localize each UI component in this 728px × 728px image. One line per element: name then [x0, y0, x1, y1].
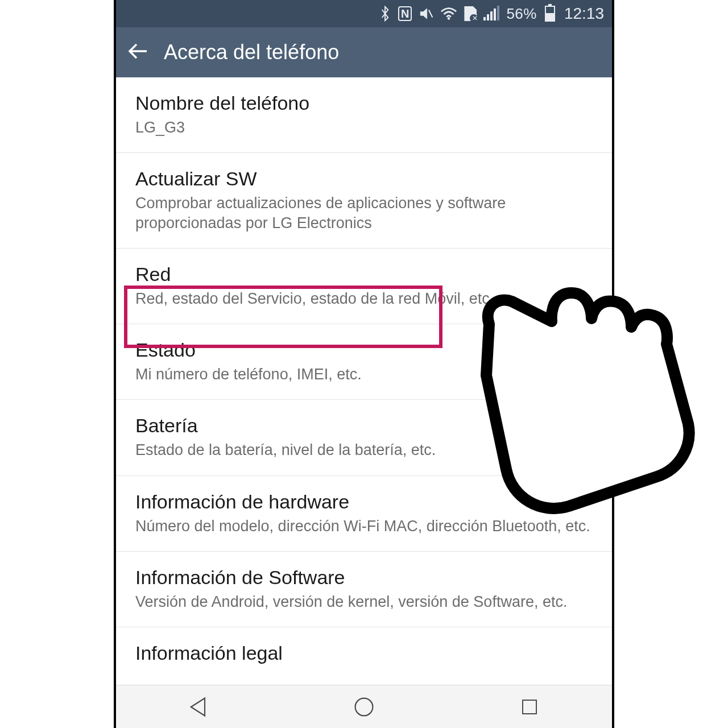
item-network[interactable]: Red Red, estado del Servicio, estado de … [116, 249, 612, 324]
app-bar: Acerca del teléfono [116, 27, 612, 77]
status-bar: N ✕ 56% 12:13 [116, 0, 612, 27]
back-arrow-icon[interactable] [127, 40, 150, 65]
item-battery[interactable]: Batería Estado de la batería, nivel de l… [116, 400, 612, 475]
item-subtitle: Comprobar actualizaciones de aplicacione… [135, 193, 593, 233]
item-title: Red [135, 263, 593, 286]
phone-frame: N ✕ 56% 12:13 [114, 0, 614, 728]
nav-back-button[interactable] [164, 690, 233, 724]
nfc-icon: N [398, 6, 412, 21]
item-title: Información de Software [135, 566, 593, 589]
nav-recent-button[interactable] [495, 690, 564, 724]
svg-marker-3 [191, 698, 205, 715]
item-software-info[interactable]: Información de Software Versión de Andro… [116, 552, 612, 627]
clock: 12:13 [564, 5, 604, 23]
item-title: Batería [135, 415, 593, 437]
item-status[interactable]: Estado Mi número de teléfono, IMEI, etc. [116, 324, 612, 400]
item-subtitle: Mi número de teléfono, IMEI, etc. [135, 365, 593, 384]
item-title: Actualizar SW [135, 168, 593, 190]
item-subtitle: Número del modelo, dirección Wi-Fi MAC, … [135, 516, 593, 536]
battery-percent: 56% [506, 5, 537, 23]
mute-icon [419, 6, 433, 21]
item-subtitle: Versión de Android, versión de kernel, v… [135, 592, 593, 612]
item-title: Nombre del teléfono [135, 92, 593, 114]
item-phone-name[interactable]: Nombre del teléfono LG_G3 [116, 77, 612, 153]
page-title: Acerca del teléfono [164, 40, 339, 64]
item-update-sw[interactable]: Actualizar SW Comprobar actualizaciones … [116, 153, 612, 249]
item-subtitle: Estado de la batería, nivel de la baterí… [135, 440, 593, 460]
svg-point-4 [355, 698, 373, 715]
item-title: Información legal [135, 642, 593, 664]
settings-list: Nombre del teléfono LG_G3 Actualizar SW … [116, 77, 612, 685]
svg-line-0 [429, 10, 433, 18]
item-hardware-info[interactable]: Información de hardware Número del model… [116, 476, 612, 552]
svg-point-1 [448, 18, 450, 20]
sdcard-icon: ✕ [464, 6, 477, 21]
bluetooth-icon [379, 6, 391, 22]
item-subtitle: LG_G3 [135, 118, 593, 138]
status-icons: N ✕ 56% 12:13 [379, 5, 604, 23]
item-subtitle: Red, estado del Servicio, estado de la r… [135, 289, 593, 309]
item-title: Información de hardware [135, 491, 593, 513]
signal-icon [483, 7, 499, 20]
navigation-bar [116, 685, 612, 728]
battery-icon [545, 6, 555, 22]
nav-home-button[interactable] [330, 690, 398, 724]
item-legal-info[interactable]: Información legal [116, 627, 612, 679]
item-title: Estado [135, 339, 593, 361]
wifi-icon [440, 7, 457, 20]
svg-rect-5 [523, 700, 536, 714]
